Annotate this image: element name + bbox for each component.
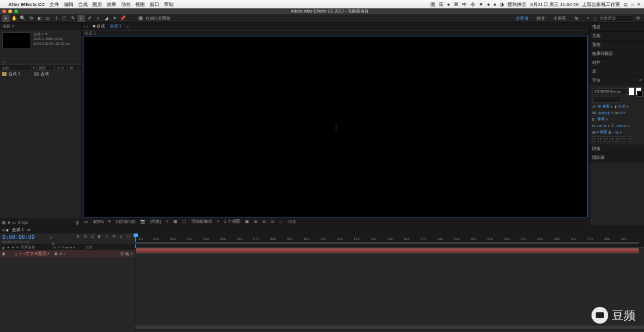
workspace-more[interactable]: »	[583, 16, 593, 21]
col-switches[interactable]: 单 ※ \ fx ■ ● ● ●	[53, 245, 83, 249]
col-name[interactable]: 名称	[0, 65, 31, 70]
snapshot-icon[interactable]: 📷	[140, 219, 145, 224]
small-caps[interactable]: T	[610, 136, 615, 142]
effects-panel-header[interactable]: 效果和预设	[590, 50, 644, 59]
tl-tool-icon[interactable]: ◐	[97, 233, 103, 239]
subscript[interactable]: T′	[622, 136, 627, 142]
status-icon[interactable]: 应	[439, 1, 444, 8]
menu-window[interactable]: 窗口	[150, 1, 159, 8]
grid-icon[interactable]: ▦	[174, 219, 178, 224]
ime-label[interactable]: 搜狗拼音	[507, 1, 527, 8]
layer-name[interactable]: <空文本图层>	[23, 251, 49, 257]
status-icon[interactable]: ●	[487, 2, 490, 7]
project-panel-header[interactable]: 项目 ≡	[0, 23, 81, 30]
menu-file[interactable]: 文件	[49, 1, 59, 8]
menu-comp[interactable]: 合成	[78, 1, 88, 8]
anchor-tool-icon[interactable]: ⊹	[52, 15, 60, 22]
status-icon[interactable]: ●	[493, 2, 496, 7]
col-layer-name[interactable]: 图层名称	[21, 245, 51, 250]
status-icon[interactable]: ○	[631, 2, 634, 7]
quality-dropdown[interactable]: (完整)	[150, 219, 162, 225]
tl-tool-icon[interactable]: 卄	[125, 233, 131, 239]
hand-tool-icon[interactable]: ✋	[11, 15, 18, 22]
shape-tool-icon[interactable]: ▢	[61, 15, 68, 22]
project-item[interactable]: 合成 1 ▼ 1920 x 1080 (1.00) Δ 0:00:30:00, …	[0, 30, 81, 51]
superscript[interactable]: Tт	[616, 136, 621, 142]
kerning[interactable]: 度量标准	[598, 111, 610, 115]
subscript2[interactable]: T,	[628, 136, 633, 142]
project-row[interactable]: 合成 1 合成	[0, 71, 81, 77]
layer-switches[interactable]: 单 ※ /	[54, 251, 64, 257]
menu-edit[interactable]: 编辑	[64, 1, 73, 8]
faux-italic[interactable]: T	[598, 136, 603, 142]
tl-tool-icon[interactable]: ⊿	[118, 233, 124, 239]
bpc-label[interactable]: 8 bpc	[18, 220, 28, 225]
zoom-arrow[interactable]: ▾	[109, 219, 111, 224]
workspace-small[interactable]: 小屏幕	[550, 15, 569, 22]
faux-bold[interactable]: T	[592, 136, 597, 142]
project-search[interactable]: ρ.	[0, 58, 81, 65]
vscale[interactable]: 100 %	[596, 124, 606, 128]
col-label[interactable]: ●	[31, 65, 37, 70]
clone-tool-icon[interactable]: ⟐	[94, 15, 101, 22]
exposure-icon[interactable]: ☼	[279, 220, 283, 224]
rotate-tool-icon[interactable]: ◐	[36, 15, 43, 22]
timecode-display[interactable]: 0:00:00:00 00000 (25.00 fps)	[0, 233, 48, 244]
col-parent[interactable]: 父级	[85, 245, 92, 250]
status-icon[interactable]: ◑	[500, 2, 504, 7]
user-label[interactable]: 上阳台影视工作室	[582, 1, 620, 8]
status-icon[interactable]: 中	[462, 1, 467, 8]
clock[interactable]: 8月21日 周三 11:04:59	[530, 1, 578, 8]
align-panel-header[interactable]: 对齐	[590, 59, 644, 67]
layer-parent[interactable]: ◎ 无	[120, 251, 129, 257]
visibility-toggle[interactable]: ◉	[2, 251, 7, 256]
exposure-value[interactable]: +0.0	[287, 220, 296, 224]
menu-icon[interactable]: ≡	[637, 2, 640, 7]
baseline[interactable]: 0 像素	[597, 130, 607, 135]
view-icon[interactable]: ⊡	[271, 219, 274, 224]
status-icon[interactable]: 图	[431, 1, 435, 8]
col-type[interactable]: 类型	[37, 65, 55, 70]
minimize-button[interactable]	[8, 10, 12, 13]
wifi-icon[interactable]: 令	[470, 1, 475, 8]
view-icon[interactable]: ⊟	[262, 219, 266, 224]
info-panel-header[interactable]: 信息	[590, 23, 644, 32]
new-folder-icon[interactable]: ■	[8, 220, 10, 225]
views-dropdown[interactable]: 1 个视图	[224, 219, 240, 225]
menu-help[interactable]: 帮助	[164, 1, 174, 8]
status-icon[interactable]: ⌘	[454, 2, 459, 7]
tl-tool-icon[interactable]: ⟲	[111, 233, 117, 239]
status-icon[interactable]: ▼	[479, 2, 484, 7]
flowchart-bar[interactable]: 合成 1	[82, 30, 589, 36]
timeline-layer[interactable]: ◉ 1 T <空文本图层> 单 ※ / ◎ 无 ▾	[0, 250, 135, 257]
timeline-search[interactable]: ρ.	[50, 235, 74, 239]
paragraph-panel-header[interactable]: 段落	[590, 145, 644, 153]
time-ruler[interactable]: :00s01s02s03s04s05s06s07s08s09s10s11s12s…	[135, 233, 644, 248]
menu-view[interactable]: 视图	[135, 1, 145, 8]
character-panel-header[interactable]: 字符 ≡	[590, 76, 644, 85]
time-navigator[interactable]	[135, 242, 639, 244]
resolution-icon[interactable]: ▭	[84, 219, 88, 224]
tracking[interactable]: 0	[620, 111, 622, 115]
snap-toggle-icon[interactable]: ▦	[137, 15, 144, 22]
comp-tab-close[interactable]: ≡	[126, 24, 129, 29]
brush-tool-icon[interactable]: ✐	[86, 15, 93, 22]
help-search[interactable]	[597, 15, 633, 21]
trash-icon[interactable]: 🗑	[75, 220, 79, 225]
tl-tool-icon[interactable]: ⊕	[75, 233, 81, 239]
orbit-tool-icon[interactable]: ⟲	[27, 15, 35, 22]
timeline-tracks[interactable]: :00s01s02s03s04s05s06s07s08s09s10s11s12s…	[135, 233, 644, 332]
font-style[interactable]	[592, 97, 622, 103]
close-button[interactable]	[2, 10, 6, 13]
stroke-color[interactable]	[636, 87, 642, 96]
view-icon[interactable]: ⊞	[254, 219, 258, 224]
layer-track[interactable]	[135, 248, 644, 255]
puppet-tool-icon[interactable]: 📌	[119, 15, 126, 22]
camera-dropdown[interactable]: 活动摄像机	[191, 219, 212, 225]
col-media[interactable]: 媒…	[68, 65, 79, 70]
col-eye[interactable]: ◉	[2, 245, 5, 250]
preview-panel-header[interactable]: 预览	[590, 41, 644, 50]
pen-tool-icon[interactable]: ✎	[69, 15, 76, 22]
timeline-tab-menu[interactable]: ≡	[27, 228, 30, 232]
selection-tool-icon[interactable]: ▸	[2, 15, 10, 22]
